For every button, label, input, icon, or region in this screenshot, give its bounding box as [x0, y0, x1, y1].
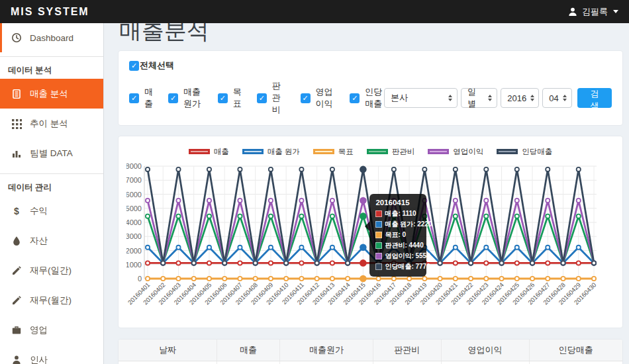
- sidebar-item-label: 팀별 DATA: [30, 148, 73, 159]
- legend-swatch: [428, 149, 449, 154]
- briefcase-icon: [11, 324, 22, 336]
- table-cell: 1110: [373, 361, 441, 364]
- sidebar-item-label: 재무(월간): [30, 295, 72, 306]
- svg-text:0: 0: [138, 275, 142, 283]
- legend-item-0: 매출: [189, 147, 229, 157]
- legend-label: 영업이익: [453, 147, 483, 157]
- table-cell: 1110: [217, 361, 279, 364]
- legend-label: 목표: [338, 147, 354, 157]
- legend-item-4: 영업이익: [428, 147, 483, 157]
- svg-text:$: $: [14, 206, 19, 216]
- table-row: 2016043011101110111011101110: [119, 361, 622, 364]
- sidebar-item-label: 인사: [30, 354, 48, 364]
- series-checkbox-0[interactable]: ✓매출: [129, 86, 153, 110]
- filter-panel: ✓ 전체선택 ✓매출✓매출원가✓목표✓판관비✓영업이익✓인당매출 본사일별201…: [118, 50, 623, 126]
- chevron-down-icon: [613, 10, 618, 13]
- person-icon: [567, 6, 578, 17]
- tooltip-row: 매출: 1110: [375, 209, 420, 218]
- select-caret-icon: [488, 95, 492, 101]
- dollar-icon: $: [11, 205, 22, 216]
- select-all-checkbox[interactable]: ✓ 전체선택: [129, 60, 174, 71]
- legend-swatch: [189, 149, 210, 154]
- chart-panel: 매출매출 원가목표판관비영업이익인당매출 0100020003000400050…: [118, 136, 623, 328]
- tooltip-row: 영업이익: 5550: [375, 251, 420, 261]
- checkbox-label: 인당매출: [365, 86, 384, 110]
- svg-text:5000: 5000: [126, 205, 142, 212]
- legend-label: 매출: [214, 147, 229, 157]
- select-value: 04: [549, 93, 558, 103]
- checkbox-icon: ✓: [218, 93, 228, 103]
- series-checkbox-1[interactable]: ✓매출원가: [168, 86, 203, 110]
- checkbox-label: 목표: [233, 86, 242, 110]
- year-select[interactable]: 2016: [501, 88, 539, 108]
- sidebar-item-label: 추이 분석: [30, 118, 68, 130]
- series-checkbox-3[interactable]: ✓판관비: [257, 80, 285, 116]
- table-header-cell: 매출: [217, 340, 279, 361]
- select-caret-icon: [448, 95, 452, 101]
- table-cell: 1110: [280, 361, 373, 364]
- sidebar-item-0-2[interactable]: 팀별 DATA: [0, 138, 103, 168]
- clock-icon: [11, 32, 22, 44]
- data-table-panel: 날짜매출매출원가판관비영업이익인당매출 20160430111011101110…: [118, 339, 623, 364]
- tooltip-row: 매출 원가: 2220: [375, 220, 420, 229]
- legend-swatch: [313, 149, 334, 154]
- sidebar: Dashboard 데이터 분석매출 분석추이 분석팀별 DATA데이터 관리$…: [0, 23, 104, 364]
- checkbox-label: 영업이익: [316, 86, 335, 110]
- sidebar-item-1-2[interactable]: 재무(일간): [0, 255, 103, 285]
- tooltip-text: 매출: 1110: [385, 209, 416, 218]
- checkbox-label: 매출: [144, 86, 153, 110]
- user-name: 김필록: [582, 6, 608, 18]
- tooltip-row: 판관비: 4440: [375, 241, 420, 250]
- select-all-label: 전체선택: [140, 60, 174, 71]
- sidebar-item-1-4[interactable]: 영업: [0, 315, 103, 345]
- series-checkbox-4[interactable]: ✓영업이익: [301, 86, 335, 110]
- series-checkbox-5[interactable]: ✓인당매출: [350, 86, 384, 110]
- chart-tooltip: 20160415매출: 1110매출 원가: 2220목표: 0판관비: 444…: [369, 194, 426, 277]
- user-menu[interactable]: 김필록: [567, 6, 618, 18]
- tooltip-text: 매출 원가: 2220: [385, 220, 432, 229]
- branch-select[interactable]: 본사: [384, 88, 458, 108]
- legend-label: 인당매출: [522, 147, 552, 157]
- tooltip-swatch: [375, 253, 382, 259]
- month-select[interactable]: 04: [542, 88, 571, 108]
- data-table: 날짜매출매출원가판관비영업이익인당매출 20160430111011101110…: [119, 340, 622, 364]
- sidebar-item-dashboard[interactable]: Dashboard: [0, 23, 103, 52]
- legend-label: 판관비: [392, 147, 415, 157]
- tooltip-swatch: [375, 263, 382, 270]
- sidebar-item-0-1[interactable]: 추이 분석: [0, 109, 103, 138]
- sidebar-section-title: 데이터 분석: [0, 57, 103, 79]
- sidebar-item-1-1[interactable]: 자산: [0, 226, 103, 255]
- tooltip-text: 판관비: 4440: [385, 241, 423, 250]
- period-select[interactable]: 일별: [461, 88, 497, 108]
- search-button[interactable]: 검색: [577, 88, 612, 108]
- chart-legend: 매출매출 원가목표판관비영업이익인당매출: [126, 144, 614, 159]
- tooltip-text: 목표: 0: [385, 230, 406, 240]
- legend-item-2: 목표: [313, 147, 354, 157]
- series-checkbox-2[interactable]: ✓목표: [218, 86, 242, 110]
- chart-area[interactable]: 0100020003000400050006000700080002016040…: [126, 161, 614, 325]
- sidebar-item-1-5[interactable]: 인사: [0, 345, 103, 364]
- svg-text:8000: 8000: [126, 162, 142, 170]
- sidebar-item-1-0[interactable]: $수익: [0, 196, 103, 226]
- bar-chart-icon: [11, 148, 22, 159]
- sidebar-item-0-0[interactable]: 매출 분석: [0, 79, 103, 109]
- checkbox-label: 매출원가: [183, 86, 203, 110]
- table-header-cell: 매출원가: [280, 340, 373, 361]
- legend-item-5: 인당매출: [497, 147, 552, 157]
- sales-line-chart[interactable]: 0100020003000400050006000700080002016040…: [126, 161, 601, 322]
- checkbox-icon: ✓: [168, 93, 178, 103]
- document-icon: [11, 88, 22, 99]
- legend-swatch: [367, 149, 388, 154]
- person-icon: [11, 354, 22, 364]
- checkbox-icon: ✓: [350, 93, 360, 103]
- select-caret-icon: [563, 95, 567, 101]
- tooltip-title: 20160415: [375, 199, 420, 206]
- sidebar-section-title: 데이터 관리: [0, 174, 103, 196]
- legend-item-1: 매출 원가: [242, 147, 300, 157]
- pencil-icon: [11, 265, 22, 276]
- sidebar-item-label: 매출 분석: [30, 88, 68, 100]
- grid-icon: [11, 118, 22, 129]
- sidebar-item-1-3[interactable]: 재무(월간): [0, 285, 103, 315]
- table-header-cell: 판관비: [373, 340, 441, 361]
- svg-text:1000: 1000: [126, 261, 142, 269]
